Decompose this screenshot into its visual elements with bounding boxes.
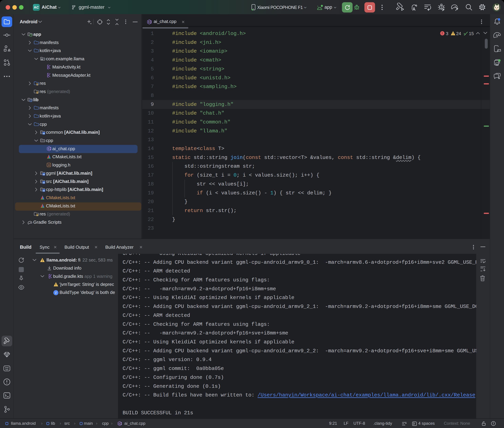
svg-text:C: C [148,21,150,24]
svg-text:C: C [119,422,120,425]
svg-text:C: C [48,147,50,150]
svg-text:H: H [48,164,50,166]
